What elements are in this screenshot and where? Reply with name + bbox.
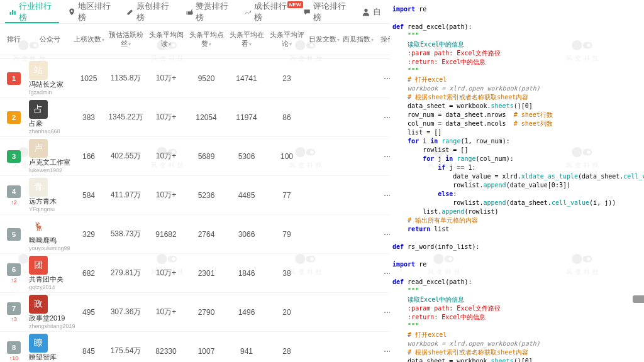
rank-cell: 5	[0, 228, 28, 241]
data-cell: 9520	[186, 74, 226, 83]
tab-0[interactable]: 行业排行榜	[5, 0, 59, 23]
data-cell: 383	[72, 113, 106, 122]
account-cell[interactable]: 🦌呦呦鹿鸣youyouluming99	[28, 217, 72, 251]
data-cell: 411.97万	[106, 190, 146, 200]
data-cell: 82330	[146, 347, 186, 356]
col-header[interactable]: 日发文数	[307, 35, 341, 43]
avatar: 瞭	[29, 334, 48, 353]
action-cell[interactable]: ⋯	[375, 269, 390, 278]
tab-6[interactable]: 自	[358, 0, 385, 23]
ranking-tabs: 行业排行榜地区排行榜原创排行榜赞赏排行榜成长排行榜NEW评论排行榜自	[0, 0, 390, 24]
avatar: 政	[29, 295, 48, 314]
tab-label: 行业排行榜	[19, 1, 55, 23]
data-cell: 91682	[146, 230, 186, 239]
col-header[interactable]: 公众号	[28, 35, 72, 43]
account-cell[interactable]: 瞭瞭望智库zhczyj	[28, 334, 72, 362]
table-row[interactable]: 2占占豪zhanhao6683831345.22万10万+12054119748…	[0, 98, 390, 137]
table-row[interactable]: 1站冯站长之家fgzadmin10251135.8万10万+9520147412…	[0, 59, 390, 98]
avatar: 🦌	[29, 217, 48, 236]
avatar: 站	[29, 61, 48, 80]
col-header[interactable]: 预估活跃粉丝	[106, 31, 146, 47]
data-cell: 495	[72, 308, 106, 317]
avatar: 青	[29, 178, 48, 197]
tab-1[interactable]: 地区排行榜	[64, 0, 118, 23]
data-cell: 14741	[226, 74, 267, 83]
data-cell: 1135.8万	[106, 73, 146, 84]
data-cell: 4485	[226, 191, 267, 200]
col-header[interactable]: 头条平均阅读	[146, 31, 186, 47]
code-panel: import re def read_excel(path): """ 读取Ex…	[390, 0, 644, 362]
account-cell[interactable]: 青远方青木YFqingmu	[28, 178, 72, 212]
tab-2[interactable]: 原创排行榜	[123, 0, 177, 23]
table-header: 排行公众号上榜次数预估活跃粉丝头条平均阅读头条平均点赞头条平均在看头条平均评论日…	[0, 24, 390, 55]
action-cell[interactable]: ⋯	[375, 191, 390, 200]
data-cell: 79	[267, 230, 307, 239]
svg-rect-45	[10, 12, 11, 15]
data-cell: 38	[267, 269, 307, 278]
account-cell[interactable]: 占占豪zhanhao668	[28, 100, 72, 134]
data-cell: 11974	[226, 113, 267, 122]
data-cell: 538.73万	[106, 229, 146, 239]
rank-delta: ↑3	[11, 316, 17, 322]
action-cell[interactable]: ⋯	[375, 308, 390, 317]
tab-label: 原创排行榜	[136, 1, 172, 23]
rank-cell: 4↑2	[0, 185, 28, 206]
data-cell: 86	[267, 113, 307, 122]
col-header[interactable]: 头条平均评论	[267, 31, 307, 47]
col-header[interactable]: 头条平均点赞	[186, 31, 226, 47]
table-row[interactable]: 4↑2青远方青木YFqingmu584411.97万10万+5236448577…	[0, 176, 390, 215]
data-cell: 2764	[186, 230, 226, 239]
svg-point-48	[364, 8, 367, 11]
tab-5[interactable]: 评论排行榜	[299, 0, 353, 23]
action-cell[interactable]: ⋯	[375, 347, 390, 356]
action-cell[interactable]: ⋯	[375, 230, 390, 239]
data-cell: 2790	[186, 308, 226, 317]
col-header[interactable]: 西瓜指数	[341, 35, 375, 43]
data-cell: 166	[72, 152, 106, 161]
data-cell: 1025	[72, 74, 106, 83]
svg-rect-46	[12, 9, 13, 14]
data-cell: 10万+	[146, 112, 186, 123]
col-header[interactable]: 操作	[375, 35, 390, 43]
account-cell[interactable]: 站冯站长之家fgzadmin	[28, 61, 72, 95]
data-cell: 5236	[186, 191, 226, 200]
data-cell: 845	[72, 347, 106, 356]
tab-label: 成长排行榜	[254, 1, 290, 23]
data-cell: 10万+	[146, 151, 186, 162]
data-cell: 279.81万	[106, 268, 146, 278]
data-cell: 1846	[226, 269, 267, 278]
action-cell[interactable]: ⋯	[375, 74, 390, 83]
avatar: 占	[29, 100, 48, 119]
col-header[interactable]: 上榜次数	[72, 35, 106, 43]
data-cell: 20	[267, 308, 307, 317]
data-cell: 28	[267, 347, 307, 356]
data-cell: 100	[267, 152, 307, 161]
account-cell[interactable]: 政政事堂2019zhengshitang2019	[28, 295, 72, 329]
rank-delta: ↑10	[9, 355, 19, 361]
account-cell[interactable]: 卢卢克文工作室lukewen1982	[28, 139, 72, 173]
table-row[interactable]: 6↑2团共青团中央gqtzy2014682279.81万10万+23011846…	[0, 254, 390, 293]
data-cell: 1345.22万	[106, 112, 146, 123]
table-row[interactable]: 7↑3政政事堂2019zhengshitang2019495307.36万10万…	[0, 293, 390, 332]
tab-4[interactable]: 成长排行榜NEW	[240, 0, 294, 23]
data-cell: 584	[72, 191, 106, 200]
data-cell: 307.36万	[106, 307, 146, 317]
table-row[interactable]: 3卢卢克文工作室lukewen1982166402.55万10万+5689530…	[0, 137, 390, 176]
account-cell[interactable]: 团共青团中央gqtzy2014	[28, 256, 72, 290]
rank-delta: ↑2	[11, 277, 17, 283]
avatar: 卢	[29, 139, 48, 158]
data-cell: 77	[267, 191, 307, 200]
table-row[interactable]: 8↑10瞭瞭望智库zhczyj845175.54万82330100794128⋯	[0, 332, 390, 362]
data-cell: 10万+	[146, 73, 186, 84]
tab-3[interactable]: 赞赏排行榜	[182, 0, 236, 23]
col-header[interactable]: 头条平均在看	[226, 31, 267, 47]
action-cell[interactable]: ⋯	[375, 152, 390, 161]
data-cell: 10万+	[146, 268, 186, 278]
action-cell[interactable]: ⋯	[375, 113, 390, 122]
data-cell: 5689	[186, 152, 226, 161]
table-body: 1站冯站长之家fgzadmin10251135.8万10万+9520147412…	[0, 59, 390, 362]
data-cell: 23	[267, 74, 307, 83]
col-header[interactable]: 排行	[0, 35, 28, 43]
rank-delta: ↑2	[11, 199, 17, 206]
table-row[interactable]: 5🦌呦呦鹿鸣youyouluming99329538.73万9168227643…	[0, 215, 390, 254]
